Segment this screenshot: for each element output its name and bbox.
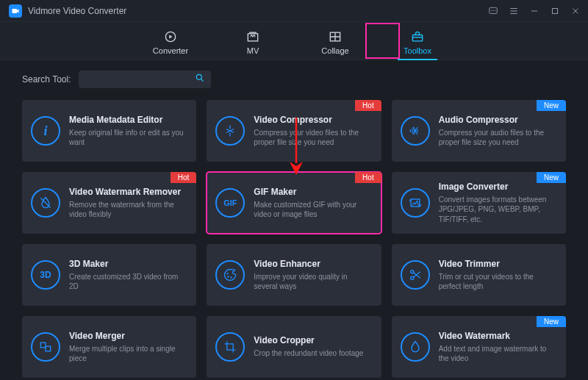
mv-icon (245, 29, 260, 44)
image-convert-icon (401, 188, 430, 218)
minimize-button[interactable] (529, 6, 539, 16)
maximize-button[interactable] (550, 6, 560, 16)
tool-video-cropper[interactable]: Video Cropper Crop the redundant video f… (207, 316, 381, 378)
scissors-icon (401, 260, 430, 290)
card-title: Video Trimmer (439, 259, 557, 269)
collage-icon (328, 29, 343, 44)
card-title: 3D Maker (69, 259, 187, 269)
palette-icon (215, 260, 245, 290)
card-title: GIF Maker (254, 187, 372, 197)
toolbox-icon (410, 29, 425, 44)
card-title: Media Metadata Editor (69, 115, 187, 125)
gif-icon: GIF (215, 188, 245, 218)
card-desc: Trim or cut your videos to the perfect l… (439, 272, 557, 292)
tool-video-compressor[interactable]: Hot Video Compressor Compress your video… (207, 100, 381, 162)
svg-point-14 (231, 277, 232, 279)
menu-icon[interactable] (509, 6, 519, 16)
card-desc: Remove the watermark from the video flex… (69, 200, 187, 220)
hot-badge: Hot (355, 100, 381, 111)
card-desc: Make customized GIF with your video or i… (254, 200, 372, 220)
compress-audio-icon (401, 116, 430, 146)
card-title: Video Enhancer (254, 259, 372, 269)
svg-point-4 (495, 10, 495, 10)
card-desc: Convert images formats between JPG/JPEG,… (439, 195, 557, 225)
card-title: Video Watermark Remover (69, 187, 187, 197)
tool-image-converter[interactable]: New Image Converter Convert images forma… (392, 172, 566, 234)
card-title: Video Cropper (254, 335, 363, 345)
card-title: Audio Compressor (439, 115, 557, 125)
search-box[interactable] (79, 71, 211, 88)
card-desc: Merge multiple clips into a single piece (69, 344, 187, 364)
card-title: Video Compressor (254, 115, 372, 125)
card-desc: Compress your audio files to the proper … (439, 128, 557, 148)
droplet-remove-icon (31, 188, 60, 218)
tool-video-watermark[interactable]: New Video Watermark Add text and image w… (392, 316, 566, 378)
app-logo (9, 4, 22, 18)
search-row: Search Tool: (0, 60, 588, 96)
tool-video-trimmer[interactable]: Video Trimmer Trim or cut your videos to… (392, 244, 566, 306)
card-desc: Improve your video quality in several wa… (254, 272, 372, 292)
search-input[interactable] (85, 74, 195, 85)
titlebar: Vidmore Video Converter (0, 0, 588, 22)
search-label: Search Tool: (22, 74, 71, 85)
tool-video-enhancer[interactable]: Video Enhancer Improve your video qualit… (207, 244, 381, 306)
card-desc: Keep original file info or edit as you w… (69, 128, 187, 148)
tool-gif-maker[interactable]: Hot GIF GIF Maker Make customized GIF wi… (207, 172, 381, 234)
svg-rect-11 (411, 199, 420, 207)
feedback-icon[interactable] (488, 6, 498, 16)
tab-mv[interactable]: MV (234, 29, 271, 60)
merge-icon (31, 332, 60, 362)
svg-rect-9 (412, 35, 422, 41)
compress-video-icon (215, 116, 245, 146)
svg-point-12 (227, 273, 229, 275)
three-d-icon: 3D (31, 260, 60, 290)
new-badge: New (537, 316, 566, 327)
main-tabs: Converter MV Collage Toolbox (0, 22, 588, 60)
card-title: Video Watermark (439, 331, 557, 341)
tool-video-watermark-remover[interactable]: Hot Video Watermark Remover Remove the w… (22, 172, 196, 234)
close-button[interactable] (570, 6, 581, 16)
card-desc: Crop the redundant video footage (254, 348, 363, 359)
card-desc: Create customized 3D video from 2D (69, 272, 187, 292)
svg-point-3 (492, 10, 493, 10)
hot-badge: Hot (171, 172, 197, 183)
tab-toolbox[interactable]: Toolbox (399, 29, 436, 60)
svg-rect-5 (553, 8, 558, 13)
svg-point-2 (491, 10, 492, 10)
app-title: Vidmore Video Converter (28, 6, 126, 16)
tool-audio-compressor[interactable]: New Audio Compressor Compress your audio… (392, 100, 566, 162)
svg-rect-18 (46, 346, 51, 351)
converter-icon (163, 29, 178, 44)
tool-3d-maker[interactable]: 3D 3D Maker Create customized 3D video f… (22, 244, 196, 306)
svg-rect-0 (12, 9, 18, 13)
new-badge: New (537, 100, 566, 111)
new-badge: New (537, 172, 566, 183)
hot-badge: Hot (355, 172, 381, 183)
svg-point-10 (196, 74, 201, 79)
svg-point-13 (228, 276, 229, 278)
card-desc: Compress your video files to the proper … (254, 128, 372, 148)
tool-video-merger[interactable]: Video Merger Merge multiple clips into a… (22, 316, 196, 378)
svg-rect-17 (40, 343, 46, 348)
card-desc: Add text and image watermark to the vide… (439, 344, 557, 364)
tool-grid: i Media Metadata Editor Keep original fi… (0, 96, 588, 380)
crop-icon (215, 332, 245, 362)
tool-media-metadata-editor[interactable]: i Media Metadata Editor Keep original fi… (22, 100, 196, 162)
tab-converter[interactable]: Converter (152, 29, 189, 60)
tab-collage[interactable]: Collage (317, 29, 354, 60)
search-icon[interactable] (195, 73, 205, 86)
info-icon: i (31, 116, 60, 146)
droplet-icon (401, 332, 430, 362)
card-title: Video Merger (69, 331, 187, 341)
